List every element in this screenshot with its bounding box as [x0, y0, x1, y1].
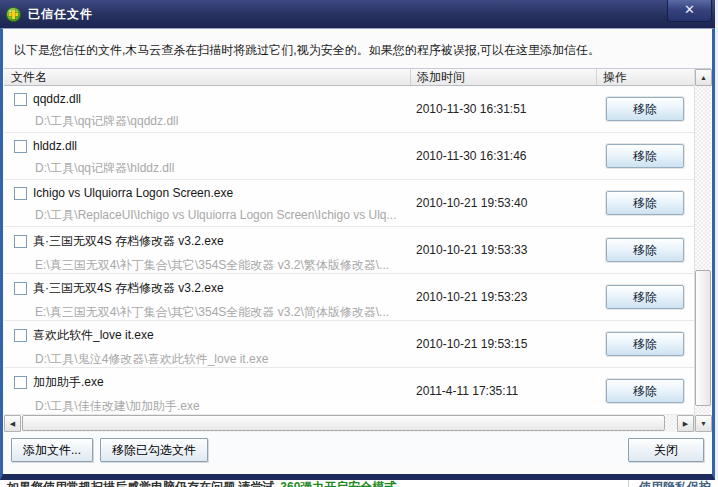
remove-checked-button[interactable]: 移除已勾选文件: [100, 438, 208, 462]
action-cell: 移除: [596, 227, 694, 273]
remove-button[interactable]: 移除: [606, 238, 684, 262]
close-icon[interactable]: ✕: [667, 0, 712, 22]
tip-link: 360强力开启安全模式: [280, 480, 396, 487]
table-row: hlddz.dll D:\工具\qq记牌器\hlddz.dll 2010-11-…: [4, 133, 694, 180]
footer-bar: 添加文件... 移除已勾选文件 关闭: [3, 432, 712, 468]
add-file-button[interactable]: 添加文件...: [11, 438, 93, 462]
file-name: 加加助手.exe: [33, 374, 104, 391]
file-path: E:\真三国无双4\补丁集合\其它\354S全能改器 v3.2\繁体版修改器\.…: [35, 257, 410, 273]
remove-button[interactable]: 移除: [606, 191, 684, 215]
action-cell: 移除: [596, 368, 694, 414]
row-checkbox[interactable]: [14, 187, 27, 200]
file-path: E:\真三国无双4\补丁集合\其它\354S全能改器 v3.2\简体版修改器\.…: [35, 304, 410, 320]
scroll-left-icon[interactable]: ◀: [4, 415, 21, 432]
close-dialog-button[interactable]: 关闭: [628, 438, 704, 462]
file-cell: 加加助手.exe D:\工具\佳佳改建\加加助手.exe: [4, 368, 410, 414]
table-row: 真·三国无双4S 存档修改器 v3.2.exe E:\真三国无双4\补丁集合\其…: [4, 227, 694, 274]
added-time: 2010-11-30 16:31:51: [410, 86, 596, 132]
description-text: 以下是您信任的文件,木马云查杀在扫描时将跳过它们,视为安全的。如果您的程序被误报…: [3, 29, 712, 68]
background-tip-text: 如果您使用常规扫描后感觉电脑仍存在问题,请尝试360强力开启安全模式: [7, 480, 396, 487]
trusted-files-list: 文件名 添加时间 操作 qqddz.dll D:\工具\qq记牌器\qqddz.…: [4, 68, 711, 432]
action-cell: 移除: [596, 86, 694, 132]
file-name: Ichigo vs Ulquiorra Logon Screen.exe: [33, 186, 233, 200]
added-time: 2010-11-30 16:31:46: [410, 133, 596, 179]
added-time: 2010-10-21 19:53:40: [410, 180, 596, 226]
row-checkbox[interactable]: [14, 376, 27, 389]
file-path: D:\工具\ReplaceUI\Ichigo vs Ulquiorra Logo…: [35, 207, 410, 224]
tip-text: 如果您使用常规扫描后感觉电脑仍存在问题,请尝试: [7, 480, 274, 487]
table-row: 加加助手.exe D:\工具\佳佳改建\加加助手.exe 2011-4-11 1…: [4, 368, 694, 415]
file-name: 真·三国无双4S 存档修改器 v3.2.exe: [33, 233, 224, 250]
file-cell: hlddz.dll D:\工具\qq记牌器\hlddz.dll: [4, 133, 410, 179]
file-name: hlddz.dll: [33, 139, 77, 153]
action-cell: 移除: [596, 321, 694, 367]
file-name: 真·三国无双4S 存档修改器 v3.2.exe: [33, 280, 224, 297]
file-name: qqddz.dll: [33, 92, 81, 106]
action-cell: 移除: [596, 180, 694, 226]
background-window-strip: 如果您使用常规扫描后感觉电脑仍存在问题,请尝试360强力开启安全模式 使用隐私保…: [0, 480, 718, 487]
row-checkbox[interactable]: [14, 140, 27, 153]
action-cell: 移除: [596, 133, 694, 179]
remove-button[interactable]: 移除: [606, 144, 684, 168]
file-name: 喜欢此软件_love it.exe: [33, 327, 154, 344]
file-cell: 真·三国无双4S 存档修改器 v3.2.exe E:\真三国无双4\补丁集合\其…: [4, 274, 410, 320]
table-row: Ichigo vs Ulquiorra Logon Screen.exe D:\…: [4, 180, 694, 227]
horizontal-scroll-thumb[interactable]: [22, 415, 665, 431]
file-cell: Ichigo vs Ulquiorra Logon Screen.exe D:\…: [4, 180, 410, 226]
list-header: 文件名 添加时间 操作: [4, 69, 694, 86]
file-cell: qqddz.dll D:\工具\qq记牌器\qqddz.dll: [4, 86, 410, 132]
added-time: 2010-10-21 19:53:15: [410, 321, 596, 367]
vertical-scrollbar[interactable]: ▲ ▼: [694, 69, 711, 432]
column-header-added-time: 添加时间: [410, 69, 596, 85]
table-row: 真·三国无双4S 存档修改器 v3.2.exe E:\真三国无双4\补丁集合\其…: [4, 274, 694, 321]
horizontal-scrollbar[interactable]: ◀ ▶: [4, 415, 694, 432]
column-header-action: 操作: [596, 69, 694, 85]
added-time: 2011-4-11 17:35:11: [410, 368, 596, 414]
table-row: qqddz.dll D:\工具\qq记牌器\qqddz.dll 2010-11-…: [4, 86, 694, 133]
remove-button[interactable]: 移除: [606, 379, 684, 403]
trust-add-icon: [6, 7, 21, 22]
file-path: D:\工具\鬼泣4修改器\喜欢此软件_love it.exe: [35, 351, 410, 367]
vertical-scroll-thumb[interactable]: [695, 270, 711, 406]
added-time: 2010-10-21 19:53:33: [410, 227, 596, 273]
titlebar: 已信任文件 ✕: [0, 0, 715, 28]
trusted-files-dialog: 已信任文件 ✕ 以下是您信任的文件,木马云查杀在扫描时将跳过它们,视为安全的。如…: [0, 0, 715, 480]
row-checkbox[interactable]: [14, 235, 27, 248]
privacy-protection-label: 使用隐私保护: [628, 480, 711, 487]
scroll-down-icon[interactable]: ▼: [695, 415, 712, 432]
file-path: D:\工具\佳佳改建\加加助手.exe: [35, 398, 410, 414]
window-title: 已信任文件: [28, 6, 93, 23]
row-checkbox[interactable]: [14, 282, 27, 295]
row-checkbox[interactable]: [14, 93, 27, 106]
vertical-scroll-track[interactable]: [695, 86, 711, 415]
scroll-right-icon[interactable]: ▶: [677, 415, 694, 432]
row-checkbox[interactable]: [14, 329, 27, 342]
list-main: 文件名 添加时间 操作 qqddz.dll D:\工具\qq记牌器\qqddz.…: [4, 69, 694, 432]
scroll-up-icon[interactable]: ▲: [695, 69, 712, 86]
file-path: D:\工具\qq记牌器\hlddz.dll: [35, 160, 410, 177]
column-header-filename: 文件名: [4, 69, 410, 86]
remove-button[interactable]: 移除: [606, 97, 684, 121]
rows-container: qqddz.dll D:\工具\qq记牌器\qqddz.dll 2010-11-…: [4, 86, 694, 415]
file-cell: 真·三国无双4S 存档修改器 v3.2.exe E:\真三国无双4\补丁集合\其…: [4, 227, 410, 273]
dialog-content: 以下是您信任的文件,木马云查杀在扫描时将跳过它们,视为安全的。如果您的程序被误报…: [0, 28, 715, 480]
added-time: 2010-10-21 19:53:23: [410, 274, 596, 320]
file-cell: 喜欢此软件_love it.exe D:\工具\鬼泣4修改器\喜欢此软件_lov…: [4, 321, 410, 367]
remove-button[interactable]: 移除: [606, 285, 684, 309]
table-row: 喜欢此软件_love it.exe D:\工具\鬼泣4修改器\喜欢此软件_lov…: [4, 321, 694, 368]
file-path: D:\工具\qq记牌器\qqddz.dll: [35, 113, 410, 130]
remove-button[interactable]: 移除: [606, 332, 684, 356]
horizontal-scroll-track[interactable]: [21, 415, 677, 432]
action-cell: 移除: [596, 274, 694, 320]
